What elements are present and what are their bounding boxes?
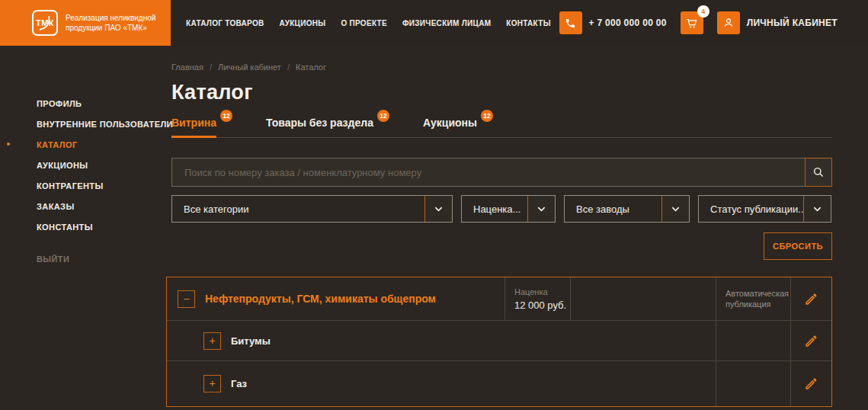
tab-auctions[interactable]: Аукционы 12 xyxy=(423,117,493,129)
auto-publication-cell: Автоматическая публикация xyxy=(716,277,790,320)
brand-tagline: Реализация неликвидной продукции ПАО «ТМ… xyxy=(66,13,155,34)
filters: Все категории Наценка... Все заводы Стат… xyxy=(171,195,868,223)
filter-publication-status-select[interactable]: Статус публикации... xyxy=(698,195,831,223)
search-button[interactable] xyxy=(805,158,832,187)
tabs: Витрина 12 Товары без раздела 12 Аукцион… xyxy=(171,117,832,138)
pencil-icon xyxy=(804,292,818,306)
brand-logo[interactable]: ТМК Реализация неликвидной продукции ПАО… xyxy=(0,0,171,46)
nav-item-catalog[interactable]: КАТАЛОГ ТОВАРОВ xyxy=(186,19,264,27)
markup-cell: Наценка 12 000 руб. xyxy=(504,277,570,320)
subcategory-name[interactable]: Битумы xyxy=(231,335,271,347)
catalog-table: − Нефтепродукты, ГСМ, химикаты общепром … xyxy=(166,277,832,407)
logout-button[interactable]: ВЫЙТИ xyxy=(0,255,166,264)
cart-button[interactable]: 4 xyxy=(681,11,703,34)
breadcrumb-account[interactable]: Личный кабинет xyxy=(218,62,281,72)
breadcrumb-separator: / xyxy=(210,62,212,72)
breadcrumb: Главная / Личный кабинет / Каталог xyxy=(171,62,868,72)
tab-count-badge: 12 xyxy=(220,110,232,122)
logo-text: ТМК xyxy=(36,18,54,27)
category-name[interactable]: Нефтепродукты, ГСМ, химикаты общепром xyxy=(205,293,436,305)
table-row-subcategory: + Битумы xyxy=(167,320,831,360)
breadcrumb-current: Каталог xyxy=(296,62,326,72)
phone-link[interactable]: + 7 000 000 00 00 xyxy=(559,11,667,34)
search-bar xyxy=(171,158,832,187)
filter-plants-select[interactable]: Все заводы xyxy=(564,195,690,223)
page-title: Каталог xyxy=(171,81,868,104)
top-header: ТМК Реализация неликвидной продукции ПАО… xyxy=(0,0,868,46)
sidebar: ПРОФИЛЬ ВНУТРЕННИЕ ПОЛЬЗОВАТЕЛИ КАТАЛОГ … xyxy=(0,46,166,407)
sidebar-item-catalog[interactable]: КАТАЛОГ xyxy=(0,134,166,155)
main-nav: КАТАЛОГ ТОВАРОВ АУКЦИОНЫ О ПРОЕКТЕ ФИЗИЧ… xyxy=(186,19,551,27)
phone-icon xyxy=(559,11,582,34)
markup-label: Наценка xyxy=(514,287,548,296)
expand-button[interactable]: + xyxy=(203,375,221,392)
filter-categories-select[interactable]: Все категории xyxy=(171,195,453,223)
phone-number: + 7 000 000 00 00 xyxy=(589,18,667,28)
tab-count-badge: 12 xyxy=(481,110,493,122)
subcategory-name[interactable]: Газ xyxy=(231,378,247,389)
nav-item-auctions[interactable]: АУКЦИОНЫ xyxy=(280,19,326,27)
chevron-down-icon[interactable] xyxy=(803,195,831,223)
collapse-button[interactable]: − xyxy=(178,290,195,308)
pencil-icon xyxy=(804,334,818,348)
reset-filters-button[interactable]: СБРОСИТЬ xyxy=(764,232,832,260)
expand-button[interactable]: + xyxy=(203,332,221,350)
search-icon xyxy=(812,166,825,178)
content-area: Главная / Личный кабинет / Каталог Катал… xyxy=(166,46,868,407)
table-row-parent-category: − Нефтепродукты, ГСМ, химикаты общепром … xyxy=(167,277,831,320)
chevron-down-icon[interactable] xyxy=(527,195,556,223)
chevron-down-icon[interactable] xyxy=(661,195,690,223)
tab-count-badge: 12 xyxy=(377,110,389,122)
account-label: ЛИЧНЫЙ КАБИНЕТ xyxy=(747,18,838,28)
tab-goods-without-section[interactable]: Товары без раздела 12 xyxy=(266,117,389,129)
auto-publication-cell xyxy=(716,321,790,360)
sidebar-item-internal-users[interactable]: ВНУТРЕННИЕ ПОЛЬЗОВАТЕЛИ xyxy=(0,114,166,134)
nav-item-about[interactable]: О ПРОЕКТЕ xyxy=(341,19,387,27)
sidebar-item-profile[interactable]: ПРОФИЛЬ xyxy=(0,93,166,114)
breadcrumb-separator: / xyxy=(287,62,290,72)
breadcrumb-home[interactable]: Главная xyxy=(171,62,203,72)
auto-publication-cell xyxy=(716,361,790,406)
tmk-logo-icon: ТМК xyxy=(32,10,58,36)
spacer-cell xyxy=(570,277,716,320)
active-item-dot xyxy=(7,143,10,146)
sidebar-item-auctions[interactable]: АУКЦИОНЫ xyxy=(0,155,166,175)
markup-value: 12 000 руб. xyxy=(514,299,566,311)
cart-count-badge: 4 xyxy=(697,5,709,18)
header-actions: + 7 000 000 00 00 4 ЛИЧНЫЙ КАБИНЕТ xyxy=(559,11,838,34)
search-input[interactable] xyxy=(171,158,806,187)
nav-item-individuals[interactable]: ФИЗИЧЕСКИМ ЛИЦАМ xyxy=(402,19,491,27)
account-link[interactable]: ЛИЧНЫЙ КАБИНЕТ xyxy=(717,11,838,34)
sidebar-item-constants[interactable]: КОНСТАНТЫ xyxy=(0,216,166,237)
user-icon xyxy=(717,11,740,34)
sidebar-item-orders[interactable]: ЗАКАЗЫ xyxy=(0,196,166,216)
edit-button[interactable] xyxy=(801,331,822,351)
edit-button[interactable] xyxy=(801,289,822,309)
filter-markup-select[interactable]: Наценка... xyxy=(461,195,556,223)
pencil-icon xyxy=(804,376,818,391)
tab-vitrina[interactable]: Витрина 12 xyxy=(171,117,232,129)
sidebar-item-counterparties[interactable]: КОНТРАГЕНТЫ xyxy=(0,175,166,196)
chevron-down-icon[interactable] xyxy=(424,195,453,223)
table-row-subcategory: + Газ xyxy=(167,360,831,406)
edit-button[interactable] xyxy=(801,373,822,394)
nav-item-contacts[interactable]: КОНТАКТЫ xyxy=(506,19,550,27)
